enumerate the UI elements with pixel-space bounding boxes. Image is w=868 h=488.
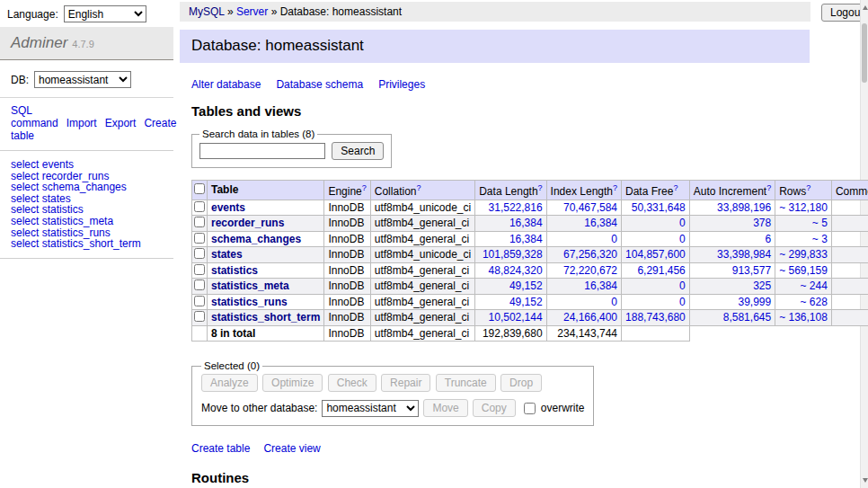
alter-database-link[interactable]: Alter database xyxy=(191,78,261,91)
analyze-button[interactable]: Analyze xyxy=(201,374,258,392)
auto-increment-link[interactable]: 39,999 xyxy=(738,296,771,308)
breadcrumb-server-link[interactable]: Server xyxy=(236,5,268,18)
data-length-link[interactable]: 16,384 xyxy=(509,217,543,229)
index-length-link[interactable]: 16,384 xyxy=(584,217,617,229)
row-checkbox[interactable] xyxy=(194,311,205,322)
comment-cell xyxy=(831,216,868,232)
language-select[interactable]: English xyxy=(64,5,146,22)
list-item: select statistics_short_term xyxy=(11,238,163,250)
auto-increment-link[interactable]: 325 xyxy=(753,279,771,292)
help-icon[interactable]: ? xyxy=(416,183,421,192)
db-selector-row: DB: homeassistant xyxy=(0,60,173,98)
data-length-link[interactable]: 49,152 xyxy=(509,279,543,292)
row-checkbox[interactable] xyxy=(194,296,205,306)
index-length-link[interactable]: 67,256,320 xyxy=(563,248,617,261)
data-length-link[interactable]: 31,522,816 xyxy=(489,201,543,214)
sidebar-import-link[interactable]: Import xyxy=(66,117,97,129)
overwrite-checkbox[interactable] xyxy=(524,403,536,414)
create-table-link[interactable]: Create table xyxy=(191,442,250,455)
data-length-link[interactable]: 48,824,320 xyxy=(489,264,543,277)
table-name-link[interactable]: statistics xyxy=(211,264,258,277)
help-icon[interactable]: ? xyxy=(766,183,771,192)
data-length-link[interactable]: 16,384 xyxy=(509,233,543,245)
engine-cell: InnoDB xyxy=(324,231,370,247)
index-length-link[interactable]: 16,384 xyxy=(584,279,617,292)
help-icon[interactable]: ? xyxy=(806,183,810,192)
move-button[interactable]: Move xyxy=(423,399,467,417)
auto-increment-link[interactable]: 33,898,196 xyxy=(717,201,771,214)
move-database-select[interactable]: homeassistant xyxy=(322,400,419,417)
data-free-link[interactable]: 0 xyxy=(679,217,686,229)
rows-count-link[interactable]: ~ 299,833 xyxy=(779,248,828,261)
index-length-link[interactable]: 24,166,400 xyxy=(563,311,617,324)
data-free-link[interactable]: 0 xyxy=(679,296,686,308)
help-icon[interactable]: ? xyxy=(362,183,367,192)
data-free-link[interactable]: 50,331,648 xyxy=(632,201,686,214)
table-name-link[interactable]: states xyxy=(211,248,243,261)
data-free-link[interactable]: 188,743,680 xyxy=(625,311,686,324)
row-checkbox[interactable] xyxy=(194,279,205,290)
data-length-link[interactable]: 101,859,328 xyxy=(483,248,543,261)
rows-count-link[interactable]: ~ 5 xyxy=(812,217,828,229)
auto-increment-link[interactable]: 6 xyxy=(765,233,771,245)
table-name-link[interactable]: events xyxy=(211,201,245,214)
table-name-link[interactable]: statistics_runs xyxy=(211,296,288,308)
database-schema-link[interactable]: Database schema xyxy=(276,78,363,91)
rows-count-link[interactable]: ~ 569,159 xyxy=(779,264,828,277)
index-length-link[interactable]: 72,220,672 xyxy=(563,264,617,277)
row-checkbox[interactable] xyxy=(194,233,205,244)
row-checkbox[interactable] xyxy=(194,201,205,212)
header-checkbox-cell xyxy=(192,181,208,200)
table-name-link[interactable]: statistics_short_term xyxy=(42,237,141,250)
data-free-link[interactable]: 0 xyxy=(679,233,686,245)
auto-increment-link[interactable]: 378 xyxy=(753,217,771,229)
table-name-link[interactable]: statistics_short_term xyxy=(211,311,320,324)
table-name-link[interactable]: recorder_runs xyxy=(211,217,284,229)
data-length-link[interactable]: 49,152 xyxy=(509,296,543,308)
row-checkbox[interactable] xyxy=(194,248,205,259)
select-link[interactable]: select xyxy=(11,237,39,250)
truncate-button[interactable]: Truncate xyxy=(436,374,496,392)
index-length-link[interactable]: 0 xyxy=(611,233,617,245)
breadcrumb-mysql-link[interactable]: MySQL xyxy=(189,5,225,18)
scroll-up-icon[interactable] xyxy=(863,5,868,10)
rows-count-link[interactable]: ~ 3 xyxy=(812,233,828,245)
db-select[interactable]: homeassistant xyxy=(34,71,131,88)
drop-button[interactable]: Drop xyxy=(500,374,542,392)
check-button[interactable]: Check xyxy=(328,374,376,392)
rows-count-link[interactable]: ~ 312,180 xyxy=(779,201,828,214)
create-links-row: Create tableCreate view xyxy=(191,442,811,455)
sidebar-export-link[interactable]: Export xyxy=(105,117,137,129)
index-length-link[interactable]: 70,467,584 xyxy=(563,201,617,214)
table-name-link[interactable]: schema_changes xyxy=(211,233,301,245)
table-name-link[interactable]: statistics_meta xyxy=(211,279,289,292)
select-all-checkbox[interactable] xyxy=(194,183,205,194)
sidebar-sql-command-link[interactable]: SQL command xyxy=(11,104,58,129)
data-free-link[interactable]: 6,291,456 xyxy=(637,264,685,277)
copy-button[interactable]: Copy xyxy=(473,399,516,417)
create-view-link[interactable]: Create view xyxy=(263,442,320,455)
rows-count-link[interactable]: ~ 628 xyxy=(801,296,828,308)
scroll-down-icon[interactable] xyxy=(863,478,868,483)
help-icon[interactable]: ? xyxy=(613,183,617,192)
index-length-link[interactable]: 0 xyxy=(611,296,617,308)
data-length-link[interactable]: 10,502,144 xyxy=(489,311,543,324)
data-free-link[interactable]: 104,857,600 xyxy=(625,248,686,261)
data-free-link[interactable]: 0 xyxy=(679,279,686,292)
row-checkbox[interactable] xyxy=(194,217,205,227)
auto-increment-link[interactable]: 33,398,984 xyxy=(717,248,771,261)
help-icon[interactable]: ? xyxy=(673,183,678,192)
scrollbar-thumb[interactable] xyxy=(862,23,867,83)
rows-count-link[interactable]: ~ 136,108 xyxy=(779,311,828,324)
auto-increment-link[interactable]: 8,581,645 xyxy=(723,311,771,324)
row-checkbox[interactable] xyxy=(194,264,205,275)
privileges-link[interactable]: Privileges xyxy=(378,78,425,91)
search-input[interactable] xyxy=(199,143,325,159)
auto-increment-link[interactable]: 913,577 xyxy=(732,264,771,277)
rows-count-link[interactable]: ~ 244 xyxy=(801,279,828,292)
help-icon[interactable]: ? xyxy=(538,183,543,192)
search-button[interactable]: Search xyxy=(332,142,384,160)
repair-button[interactable]: Repair xyxy=(381,374,430,392)
optimize-button[interactable]: Optimize xyxy=(262,374,323,392)
app-logo[interactable]: Adminer xyxy=(11,34,67,51)
